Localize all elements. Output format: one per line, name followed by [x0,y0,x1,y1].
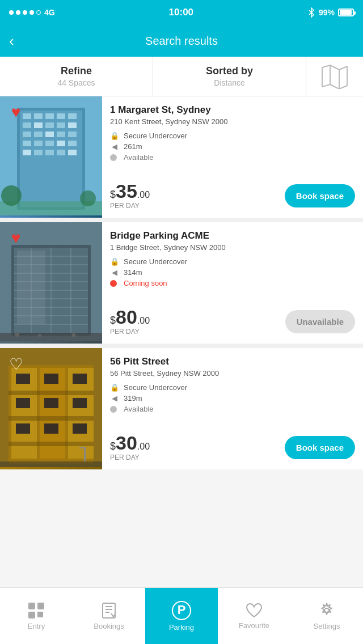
listing-image-3: ♡ [0,348,102,469]
listing-status-3: Available [124,405,154,413]
status-row-3: Available [110,405,355,413]
price-amount-1: 35 [116,181,137,201]
refine-label: Refine [61,65,92,77]
listing-type-1: Secure Undercover [124,132,187,140]
dot-2 [16,10,20,15]
listing-content-3: 56 Pitt Street 56 Pitt Street, Sydney NS… [102,348,363,469]
lock-icon-3: 🔒 [110,383,119,392]
type-row-2: 🔒 Secure Undercover [110,257,355,266]
svg-rect-73 [79,447,86,448]
refine-filter[interactable]: Refine 44 Spaces [0,57,153,96]
svg-rect-17 [34,132,43,137]
price-block-2: $ 80 .00 PER DAY [110,307,150,336]
svg-rect-79 [30,613,33,617]
svg-rect-29 [57,150,65,155]
type-row-3: 🔒 Secure Undercover [110,383,355,392]
price-line-1: $ 35 .00 [110,181,150,201]
page-title: Search results [145,35,218,48]
svg-rect-8 [45,113,54,119]
battery-percent: 99% [319,8,335,17]
signal-dots [9,10,41,15]
listing-details-3: 🔒 Secure Undercover ◀ 319m Available [110,383,355,413]
price-cents-2: .00 [137,316,150,326]
price-amount-2: 80 [116,307,137,327]
heart-filled-icon-2: ♥ [11,229,21,247]
svg-rect-7 [34,113,43,119]
svg-rect-72 [84,447,86,461]
status-bar: 4G 10:00 99% [0,0,363,25]
lock-icon-2: 🔒 [110,257,119,266]
svg-rect-60 [9,416,94,421]
nav-label-parking: Parking [169,623,194,632]
listing-details-1: 🔒 Secure Undercover ◀ 261m Available [110,132,355,162]
price-per-3: PER DAY [110,454,150,461]
favorite-button-3[interactable]: ♡ [6,354,26,374]
book-button-3[interactable]: Book space [285,436,355,459]
svg-rect-67 [44,423,58,434]
nav-icon-3: ◀ [110,394,119,402]
svg-rect-9 [57,113,65,119]
spaces-count: 44 Spaces [57,78,95,87]
svg-point-53 [72,333,76,337]
price-dollar-2: $ [110,315,116,327]
type-row-1: 🔒 Secure Undercover [110,132,355,140]
nav-label-entry: Entry [28,622,45,630]
status-row-1: Available [110,153,355,162]
bluetooth-icon [307,7,315,18]
favorite-button-1[interactable]: ♥ [6,102,26,122]
svg-rect-15 [68,122,77,128]
listing-address-1: 210 Kent Street, Sydney NSW 2000 [110,117,355,126]
favorite-button-2[interactable]: ♥ [6,228,26,248]
price-dollar-3: $ [110,440,116,452]
listings-scroll[interactable]: ♥ 1 Margaret St, Sydney 210 Kent Street,… [0,96,363,587]
nav-item-entry[interactable]: Entry [0,588,73,644]
listing-distance-2: 314m [124,268,142,277]
card-bottom-2: $ 80 .00 PER DAY Unavailable [110,307,355,336]
svg-rect-13 [45,122,54,128]
listing-address-2: 1 Bridge Street, Sydney NSW 2000 [110,243,355,252]
svg-rect-69 [73,398,87,408]
svg-rect-83 [41,615,43,617]
distance-row-3: ◀ 319m [110,394,355,402]
svg-rect-61 [9,442,94,446]
book-button-1[interactable]: Book space [285,184,355,207]
network-type: 4G [44,8,55,17]
listing-title-3: 56 Pitt Street [110,356,355,367]
svg-rect-68 [73,374,87,384]
price-line-3: $ 30 .00 [110,433,150,452]
nav-item-bookings[interactable]: Bookings [73,588,145,644]
dot-4 [29,10,34,15]
heart-filled-icon-1: ♥ [11,103,21,121]
svg-rect-71 [0,461,102,467]
map-view-button[interactable] [306,57,363,96]
header: ‹ Search results [0,25,363,57]
heart-outline-icon-3: ♡ [9,355,23,374]
back-button[interactable]: ‹ [9,32,14,50]
svg-text:P: P [178,603,186,617]
nav-item-favourite[interactable]: Favourite [218,588,290,644]
nav-item-parking[interactable]: P Parking [145,588,218,644]
nav-item-settings[interactable]: Settings [290,588,363,644]
price-per-1: PER DAY [110,202,150,210]
listing-type-3: Secure Undercover [124,383,187,392]
svg-rect-78 [39,604,43,608]
price-amount-3: 30 [116,433,137,452]
bookmark-icon [101,602,117,619]
price-cents-1: .00 [137,190,150,200]
svg-rect-66 [44,398,58,408]
listing-title-2: Bridge Parking ACME [110,230,355,242]
dot-5 [36,10,41,15]
card-bottom-3: $ 30 .00 PER DAY Book space [110,433,355,461]
listing-card-1: ♥ 1 Margaret St, Sydney 210 Kent Street,… [0,96,363,218]
sort-filter[interactable]: Sorted by Distance [153,57,306,96]
svg-rect-70 [73,423,87,434]
qr-icon [28,602,45,619]
listing-details-2: 🔒 Secure Undercover ◀ 314m Coming soon [110,257,355,287]
listing-card-2: ♥ Bridge Parking ACME 1 Bridge Street, S… [0,222,363,344]
svg-rect-27 [34,150,43,155]
svg-rect-64 [16,423,30,434]
distance-row-2: ◀ 314m [110,268,355,277]
sort-value: Distance [214,78,244,87]
nav-label-bookings: Bookings [94,622,124,630]
unavailable-button-2: Unavailable [285,310,355,333]
